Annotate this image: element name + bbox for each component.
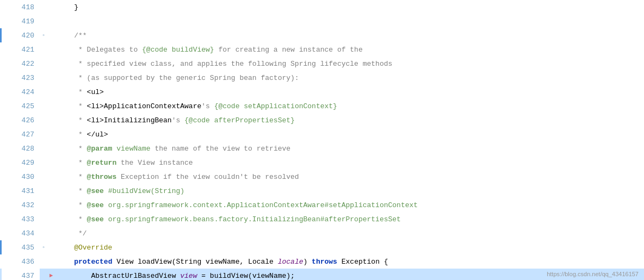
line-number: 437 (2, 269, 40, 280)
fold-marker[interactable]: ◦ (40, 28, 47, 42)
code-segment: * (57, 159, 87, 167)
code-segment: throws (312, 258, 337, 266)
line-number: 420 (2, 28, 40, 42)
line-content: } (55, 0, 644, 14)
fold-marker (40, 127, 47, 141)
code-segment: org.springframework.context.ApplicationC… (104, 201, 418, 209)
fold-marker (40, 14, 47, 28)
fold-marker (40, 184, 47, 198)
code-segment: @see (87, 215, 104, 223)
line-number: 435 (2, 240, 40, 254)
line-number: 430 (2, 170, 40, 184)
code-segment: * (57, 88, 87, 96)
code-segment: ) (304, 258, 312, 266)
fold-marker (40, 212, 47, 226)
code-segment: * (57, 145, 87, 153)
breakpoint-marker (47, 42, 55, 57)
line-content: * <li>ApplicationContextAware's {@code s… (55, 99, 644, 113)
fold-marker (40, 71, 47, 85)
table-row: 426 * <li>InitializingBean's {@code afte… (0, 113, 644, 127)
fold-marker (40, 85, 47, 99)
code-segment: 's (201, 102, 214, 110)
fold-marker (40, 269, 47, 280)
table-row: 421 * Delegates to {@code buildView} for… (0, 42, 644, 57)
table-row: 436 protected View loadView(String viewN… (0, 254, 644, 269)
breakpoint-marker (47, 57, 55, 71)
table-row: 435◦ @Override (0, 240, 644, 254)
line-content: * @see #buildView(String) (55, 184, 644, 198)
code-segment: @throws (87, 173, 117, 181)
code-segment: * (57, 173, 87, 181)
code-segment: locale (278, 258, 304, 266)
line-number: 418 (2, 0, 40, 14)
table-row: 424 * <ul> (0, 85, 644, 99)
line-number: 429 (2, 155, 40, 170)
line-content: * specified view class, and applies the … (55, 57, 644, 71)
table-row: 420◦ /** (0, 28, 644, 42)
table-row: 434 */ (0, 226, 644, 240)
fold-marker[interactable]: ◦ (40, 240, 47, 254)
line-content: * @param viewName the name of the view t… (55, 141, 644, 155)
table-row: 433 * @see org.springframework.beans.fac… (0, 212, 644, 226)
line-content (55, 14, 644, 28)
code-segment: #buildView(String) (104, 187, 184, 195)
code-segment: {@code buildView} (142, 46, 214, 54)
fold-marker (40, 155, 47, 170)
code-segment: */ (57, 229, 87, 238)
breakpoint-marker (47, 14, 55, 28)
code-segment: = buildView(viewName); (197, 272, 294, 280)
code-segment: <ul> (87, 88, 104, 96)
breakpoint-marker (47, 28, 55, 42)
line-content: * (as supported by the generic Spring be… (55, 71, 644, 85)
code-segment: * (57, 201, 87, 209)
fold-marker (40, 57, 47, 71)
breakpoint-marker (47, 99, 55, 113)
code-segment: Exception if the view couldn't be resolv… (116, 173, 299, 181)
line-content: * Delegates to {@code buildView} for cre… (55, 42, 644, 57)
code-segment: org.springframework.beans.factory.Initia… (104, 215, 401, 223)
table-row: 432 * @see org.springframework.context.A… (0, 198, 644, 212)
fold-marker (40, 226, 47, 240)
line-number: 423 (2, 71, 40, 85)
code-segment: {@code afterPropertiesSet} (184, 116, 295, 125)
code-segment: View loadView(String viewName, Locale (112, 258, 277, 266)
breakpoint-marker (47, 71, 55, 85)
breakpoint-marker (47, 170, 55, 184)
code-segment: 's (172, 116, 184, 125)
code-segment: * (57, 130, 87, 139)
code-segment: {@code setApplicationContext} (214, 102, 337, 110)
line-number: 422 (2, 57, 40, 71)
breakpoint-marker (47, 198, 55, 212)
breakpoint-marker (47, 141, 55, 155)
code-segment: the name of the view to retrieve (151, 145, 290, 153)
line-number: 432 (2, 198, 40, 212)
line-content: * @throws Exception if the view couldn't… (55, 170, 644, 184)
line-content: * <ul> (55, 85, 644, 99)
line-number: 434 (2, 226, 40, 240)
line-number: 419 (2, 14, 40, 28)
breakpoint-marker (47, 254, 55, 269)
code-segment: } (57, 3, 78, 11)
line-content: /** (55, 28, 644, 42)
table-row: 419 (0, 14, 644, 28)
line-content: @Override (55, 240, 644, 254)
code-segment: * (57, 116, 87, 125)
table-row: 431 * @see #buildView(String) (0, 184, 644, 198)
code-segment (57, 258, 74, 266)
watermark: https://blog.csdn.net/qq_43416157 (547, 271, 639, 277)
line-number: 431 (2, 184, 40, 198)
breakpoint-marker (47, 184, 55, 198)
code-segment: @param (87, 145, 113, 153)
code-editor: 418 }419 420◦ /**421 * Delegates to {@co… (0, 0, 644, 280)
code-segment: view (180, 272, 197, 280)
line-content: * </ul> (55, 127, 644, 141)
code-segment: AbstractUrlBasedView (57, 272, 180, 280)
line-number: 436 (2, 254, 40, 269)
line-content: protected View loadView(String viewName,… (55, 254, 644, 269)
breakpoint-marker (47, 155, 55, 170)
breakpoint-marker (47, 0, 55, 14)
line-number: 428 (2, 141, 40, 155)
code-segment: * (57, 102, 87, 110)
code-segment: for creating a new instance of the (214, 46, 363, 54)
table-row: 427 * </ul> (0, 127, 644, 141)
